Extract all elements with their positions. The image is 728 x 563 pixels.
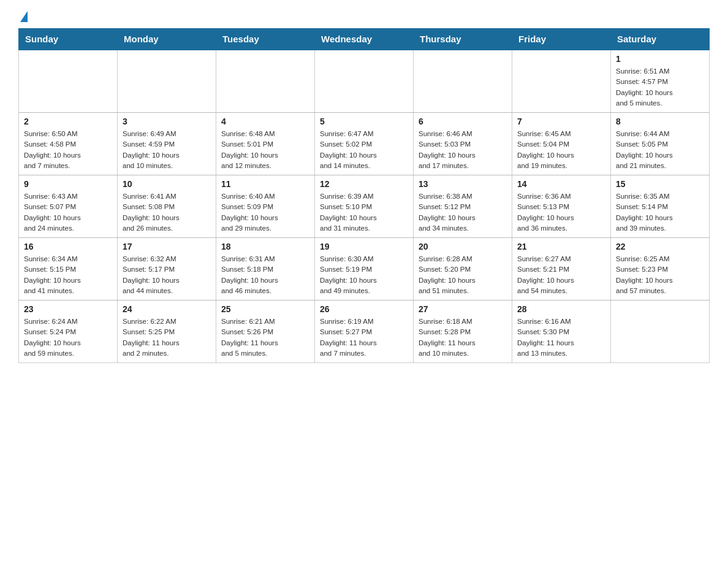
- calendar-week-1: 1Sunrise: 6:51 AM Sunset: 4:57 PM Daylig…: [19, 50, 710, 113]
- calendar-cell: 19Sunrise: 6:30 AM Sunset: 5:19 PM Dayli…: [315, 238, 414, 301]
- calendar-cell: 18Sunrise: 6:31 AM Sunset: 5:18 PM Dayli…: [216, 238, 315, 301]
- day-info: Sunrise: 6:36 AM Sunset: 5:13 PM Dayligh…: [517, 191, 605, 234]
- calendar-cell: 22Sunrise: 6:25 AM Sunset: 5:23 PM Dayli…: [611, 238, 710, 301]
- calendar-cell: [414, 50, 512, 113]
- day-number: 27: [419, 304, 507, 314]
- calendar-cell: 21Sunrise: 6:27 AM Sunset: 5:21 PM Dayli…: [512, 238, 611, 301]
- day-number: 17: [123, 242, 211, 251]
- day-info: Sunrise: 6:30 AM Sunset: 5:19 PM Dayligh…: [320, 254, 408, 296]
- calendar-cell: 26Sunrise: 6:19 AM Sunset: 5:27 PM Dayli…: [315, 301, 414, 363]
- calendar-cell: 10Sunrise: 6:41 AM Sunset: 5:08 PM Dayli…: [118, 175, 216, 238]
- day-number: 16: [24, 242, 112, 251]
- logo: [18, 12, 28, 22]
- calendar-cell: 2Sunrise: 6:50 AM Sunset: 4:58 PM Daylig…: [19, 113, 118, 175]
- day-number: 26: [320, 304, 408, 314]
- day-info: Sunrise: 6:48 AM Sunset: 5:01 PM Dayligh…: [221, 129, 309, 171]
- day-number: 2: [24, 117, 112, 126]
- day-number: 22: [616, 242, 704, 251]
- calendar-cell: [611, 301, 710, 363]
- day-number: 24: [123, 304, 211, 314]
- calendar-week-5: 23Sunrise: 6:24 AM Sunset: 5:24 PM Dayli…: [19, 301, 710, 363]
- calendar-cell: 15Sunrise: 6:35 AM Sunset: 5:14 PM Dayli…: [611, 175, 710, 238]
- day-info: Sunrise: 6:31 AM Sunset: 5:18 PM Dayligh…: [221, 254, 309, 296]
- day-number: 9: [24, 179, 112, 189]
- weekday-header-saturday: Saturday: [611, 29, 710, 50]
- calendar-cell: 11Sunrise: 6:40 AM Sunset: 5:09 PM Dayli…: [216, 175, 315, 238]
- calendar-cell: 12Sunrise: 6:39 AM Sunset: 5:10 PM Dayli…: [315, 175, 414, 238]
- day-info: Sunrise: 6:32 AM Sunset: 5:17 PM Dayligh…: [123, 254, 211, 296]
- weekday-header-wednesday: Wednesday: [315, 29, 414, 50]
- calendar-cell: 27Sunrise: 6:18 AM Sunset: 5:28 PM Dayli…: [414, 301, 512, 363]
- calendar-cell: 14Sunrise: 6:36 AM Sunset: 5:13 PM Dayli…: [512, 175, 611, 238]
- day-info: Sunrise: 6:19 AM Sunset: 5:27 PM Dayligh…: [320, 316, 408, 359]
- calendar-cell: 5Sunrise: 6:47 AM Sunset: 5:02 PM Daylig…: [315, 113, 414, 175]
- day-info: Sunrise: 6:51 AM Sunset: 4:57 PM Dayligh…: [616, 66, 704, 109]
- day-info: Sunrise: 6:47 AM Sunset: 5:02 PM Dayligh…: [320, 129, 408, 171]
- day-info: Sunrise: 6:39 AM Sunset: 5:10 PM Dayligh…: [320, 191, 408, 234]
- day-number: 3: [123, 117, 211, 126]
- day-number: 13: [419, 179, 507, 189]
- calendar-cell: [118, 50, 216, 113]
- day-number: 21: [517, 242, 605, 251]
- day-info: Sunrise: 6:40 AM Sunset: 5:09 PM Dayligh…: [221, 191, 309, 234]
- day-number: 15: [616, 179, 704, 189]
- calendar-cell: [512, 50, 611, 113]
- day-number: 11: [221, 179, 309, 189]
- calendar-cell: 4Sunrise: 6:48 AM Sunset: 5:01 PM Daylig…: [216, 113, 315, 175]
- calendar-cell: [216, 50, 315, 113]
- day-info: Sunrise: 6:27 AM Sunset: 5:21 PM Dayligh…: [517, 254, 605, 296]
- weekday-header-row: SundayMondayTuesdayWednesdayThursdayFrid…: [19, 29, 710, 50]
- day-number: 19: [320, 242, 408, 251]
- calendar-week-3: 9Sunrise: 6:43 AM Sunset: 5:07 PM Daylig…: [19, 175, 710, 238]
- calendar-cell: 20Sunrise: 6:28 AM Sunset: 5:20 PM Dayli…: [414, 238, 512, 301]
- day-info: Sunrise: 6:45 AM Sunset: 5:04 PM Dayligh…: [517, 129, 605, 171]
- page-header: [18, 12, 710, 22]
- calendar-cell: 6Sunrise: 6:46 AM Sunset: 5:03 PM Daylig…: [414, 113, 512, 175]
- calendar-cell: [315, 50, 414, 113]
- day-number: 7: [517, 117, 605, 126]
- day-info: Sunrise: 6:18 AM Sunset: 5:28 PM Dayligh…: [419, 316, 507, 359]
- day-info: Sunrise: 6:43 AM Sunset: 5:07 PM Dayligh…: [24, 191, 112, 234]
- calendar-cell: [19, 50, 118, 113]
- logo-triangle-icon: [20, 11, 28, 22]
- weekday-header-thursday: Thursday: [414, 29, 512, 50]
- day-number: 18: [221, 242, 309, 251]
- calendar-cell: 7Sunrise: 6:45 AM Sunset: 5:04 PM Daylig…: [512, 113, 611, 175]
- day-number: 6: [419, 117, 507, 126]
- calendar-cell: 17Sunrise: 6:32 AM Sunset: 5:17 PM Dayli…: [118, 238, 216, 301]
- day-info: Sunrise: 6:44 AM Sunset: 5:05 PM Dayligh…: [616, 129, 704, 171]
- day-number: 14: [517, 179, 605, 189]
- day-number: 10: [123, 179, 211, 189]
- day-info: Sunrise: 6:34 AM Sunset: 5:15 PM Dayligh…: [24, 254, 112, 296]
- calendar-cell: 28Sunrise: 6:16 AM Sunset: 5:30 PM Dayli…: [512, 301, 611, 363]
- weekday-header-friday: Friday: [512, 29, 611, 50]
- calendar-week-4: 16Sunrise: 6:34 AM Sunset: 5:15 PM Dayli…: [19, 238, 710, 301]
- day-number: 8: [616, 117, 704, 126]
- calendar-table: SundayMondayTuesdayWednesdayThursdayFrid…: [18, 28, 710, 363]
- weekday-header-sunday: Sunday: [19, 29, 118, 50]
- day-info: Sunrise: 6:25 AM Sunset: 5:23 PM Dayligh…: [616, 254, 704, 296]
- calendar-cell: 25Sunrise: 6:21 AM Sunset: 5:26 PM Dayli…: [216, 301, 315, 363]
- day-info: Sunrise: 6:46 AM Sunset: 5:03 PM Dayligh…: [419, 129, 507, 171]
- day-number: 12: [320, 179, 408, 189]
- weekday-header-monday: Monday: [118, 29, 216, 50]
- calendar-cell: 8Sunrise: 6:44 AM Sunset: 5:05 PM Daylig…: [611, 113, 710, 175]
- calendar-cell: 16Sunrise: 6:34 AM Sunset: 5:15 PM Dayli…: [19, 238, 118, 301]
- day-info: Sunrise: 6:22 AM Sunset: 5:25 PM Dayligh…: [123, 316, 211, 359]
- day-info: Sunrise: 6:21 AM Sunset: 5:26 PM Dayligh…: [221, 316, 309, 359]
- day-info: Sunrise: 6:49 AM Sunset: 4:59 PM Dayligh…: [123, 129, 211, 171]
- day-info: Sunrise: 6:35 AM Sunset: 5:14 PM Dayligh…: [616, 191, 704, 234]
- day-number: 4: [221, 117, 309, 126]
- calendar-week-2: 2Sunrise: 6:50 AM Sunset: 4:58 PM Daylig…: [19, 113, 710, 175]
- day-info: Sunrise: 6:16 AM Sunset: 5:30 PM Dayligh…: [517, 316, 605, 359]
- day-info: Sunrise: 6:38 AM Sunset: 5:12 PM Dayligh…: [419, 191, 507, 234]
- calendar-cell: 1Sunrise: 6:51 AM Sunset: 4:57 PM Daylig…: [611, 50, 710, 113]
- calendar-cell: 9Sunrise: 6:43 AM Sunset: 5:07 PM Daylig…: [19, 175, 118, 238]
- day-number: 25: [221, 304, 309, 314]
- day-info: Sunrise: 6:28 AM Sunset: 5:20 PM Dayligh…: [419, 254, 507, 296]
- day-number: 23: [24, 304, 112, 314]
- calendar-cell: 3Sunrise: 6:49 AM Sunset: 4:59 PM Daylig…: [118, 113, 216, 175]
- day-info: Sunrise: 6:41 AM Sunset: 5:08 PM Dayligh…: [123, 191, 211, 234]
- calendar-cell: 24Sunrise: 6:22 AM Sunset: 5:25 PM Dayli…: [118, 301, 216, 363]
- day-info: Sunrise: 6:50 AM Sunset: 4:58 PM Dayligh…: [24, 129, 112, 171]
